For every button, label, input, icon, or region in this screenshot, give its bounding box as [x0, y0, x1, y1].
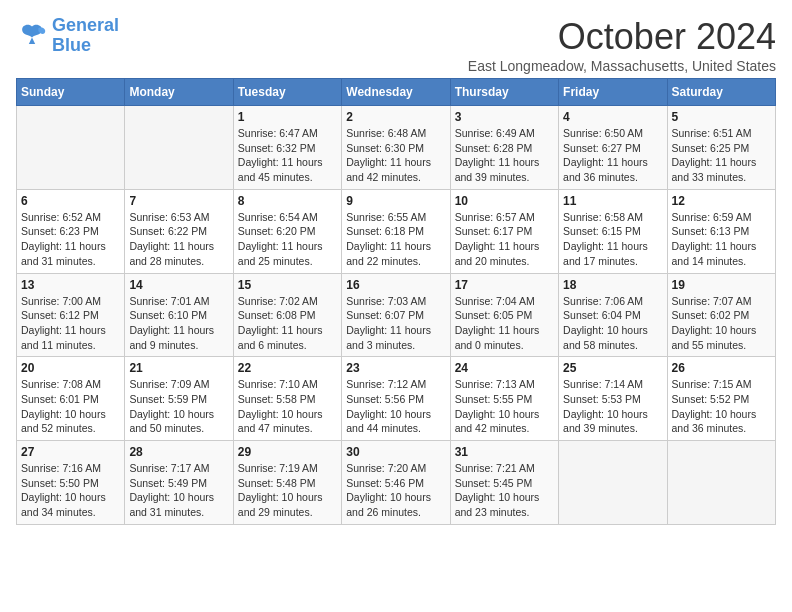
calendar-cell: 8Sunrise: 6:54 AMSunset: 6:20 PMDaylight…	[233, 189, 341, 273]
day-number: 4	[563, 110, 662, 124]
day-number: 24	[455, 361, 554, 375]
day-info: Sunrise: 7:08 AMSunset: 6:01 PMDaylight:…	[21, 377, 120, 436]
svg-marker-0	[29, 37, 35, 43]
day-info: Sunrise: 7:09 AMSunset: 5:59 PMDaylight:…	[129, 377, 228, 436]
day-info: Sunrise: 6:55 AMSunset: 6:18 PMDaylight:…	[346, 210, 445, 269]
day-info: Sunrise: 7:00 AMSunset: 6:12 PMDaylight:…	[21, 294, 120, 353]
day-number: 7	[129, 194, 228, 208]
weekday-header-wednesday: Wednesday	[342, 79, 450, 106]
day-number: 27	[21, 445, 120, 459]
calendar-cell: 27Sunrise: 7:16 AMSunset: 5:50 PMDayligh…	[17, 441, 125, 525]
day-info: Sunrise: 6:47 AMSunset: 6:32 PMDaylight:…	[238, 126, 337, 185]
weekday-header-sunday: Sunday	[17, 79, 125, 106]
day-info: Sunrise: 7:04 AMSunset: 6:05 PMDaylight:…	[455, 294, 554, 353]
day-number: 18	[563, 278, 662, 292]
month-title: October 2024	[468, 16, 776, 58]
day-info: Sunrise: 7:16 AMSunset: 5:50 PMDaylight:…	[21, 461, 120, 520]
logo-text: General Blue	[52, 16, 119, 56]
calendar-cell	[125, 106, 233, 190]
day-info: Sunrise: 7:07 AMSunset: 6:02 PMDaylight:…	[672, 294, 771, 353]
day-info: Sunrise: 7:21 AMSunset: 5:45 PMDaylight:…	[455, 461, 554, 520]
day-info: Sunrise: 7:01 AMSunset: 6:10 PMDaylight:…	[129, 294, 228, 353]
weekday-header-saturday: Saturday	[667, 79, 775, 106]
page-header: General Blue October 2024 East Longmeado…	[16, 16, 776, 74]
day-number: 5	[672, 110, 771, 124]
calendar-cell: 2Sunrise: 6:48 AMSunset: 6:30 PMDaylight…	[342, 106, 450, 190]
calendar-cell: 18Sunrise: 7:06 AMSunset: 6:04 PMDayligh…	[559, 273, 667, 357]
day-number: 15	[238, 278, 337, 292]
calendar-cell: 30Sunrise: 7:20 AMSunset: 5:46 PMDayligh…	[342, 441, 450, 525]
calendar-cell: 16Sunrise: 7:03 AMSunset: 6:07 PMDayligh…	[342, 273, 450, 357]
day-number: 22	[238, 361, 337, 375]
calendar-cell: 1Sunrise: 6:47 AMSunset: 6:32 PMDaylight…	[233, 106, 341, 190]
day-info: Sunrise: 7:13 AMSunset: 5:55 PMDaylight:…	[455, 377, 554, 436]
calendar-cell: 11Sunrise: 6:58 AMSunset: 6:15 PMDayligh…	[559, 189, 667, 273]
day-number: 20	[21, 361, 120, 375]
calendar-cell: 14Sunrise: 7:01 AMSunset: 6:10 PMDayligh…	[125, 273, 233, 357]
calendar-cell: 21Sunrise: 7:09 AMSunset: 5:59 PMDayligh…	[125, 357, 233, 441]
day-info: Sunrise: 6:59 AMSunset: 6:13 PMDaylight:…	[672, 210, 771, 269]
week-row-5: 27Sunrise: 7:16 AMSunset: 5:50 PMDayligh…	[17, 441, 776, 525]
day-info: Sunrise: 7:06 AMSunset: 6:04 PMDaylight:…	[563, 294, 662, 353]
calendar-cell: 10Sunrise: 6:57 AMSunset: 6:17 PMDayligh…	[450, 189, 558, 273]
day-info: Sunrise: 7:17 AMSunset: 5:49 PMDaylight:…	[129, 461, 228, 520]
calendar-cell: 29Sunrise: 7:19 AMSunset: 5:48 PMDayligh…	[233, 441, 341, 525]
day-info: Sunrise: 7:19 AMSunset: 5:48 PMDaylight:…	[238, 461, 337, 520]
day-info: Sunrise: 7:14 AMSunset: 5:53 PMDaylight:…	[563, 377, 662, 436]
day-number: 2	[346, 110, 445, 124]
calendar-cell: 23Sunrise: 7:12 AMSunset: 5:56 PMDayligh…	[342, 357, 450, 441]
day-number: 10	[455, 194, 554, 208]
day-number: 25	[563, 361, 662, 375]
calendar-cell: 5Sunrise: 6:51 AMSunset: 6:25 PMDaylight…	[667, 106, 775, 190]
day-number: 16	[346, 278, 445, 292]
weekday-header-thursday: Thursday	[450, 79, 558, 106]
day-number: 30	[346, 445, 445, 459]
day-number: 13	[21, 278, 120, 292]
calendar-cell: 6Sunrise: 6:52 AMSunset: 6:23 PMDaylight…	[17, 189, 125, 273]
day-info: Sunrise: 7:12 AMSunset: 5:56 PMDaylight:…	[346, 377, 445, 436]
day-number: 6	[21, 194, 120, 208]
day-number: 31	[455, 445, 554, 459]
day-info: Sunrise: 6:53 AMSunset: 6:22 PMDaylight:…	[129, 210, 228, 269]
day-info: Sunrise: 6:57 AMSunset: 6:17 PMDaylight:…	[455, 210, 554, 269]
calendar-cell: 4Sunrise: 6:50 AMSunset: 6:27 PMDaylight…	[559, 106, 667, 190]
day-number: 1	[238, 110, 337, 124]
calendar-cell: 28Sunrise: 7:17 AMSunset: 5:49 PMDayligh…	[125, 441, 233, 525]
calendar-cell: 19Sunrise: 7:07 AMSunset: 6:02 PMDayligh…	[667, 273, 775, 357]
logo-icon	[16, 20, 48, 52]
calendar-cell: 31Sunrise: 7:21 AMSunset: 5:45 PMDayligh…	[450, 441, 558, 525]
calendar-cell: 20Sunrise: 7:08 AMSunset: 6:01 PMDayligh…	[17, 357, 125, 441]
calendar-cell: 15Sunrise: 7:02 AMSunset: 6:08 PMDayligh…	[233, 273, 341, 357]
day-number: 19	[672, 278, 771, 292]
day-number: 11	[563, 194, 662, 208]
week-row-2: 6Sunrise: 6:52 AMSunset: 6:23 PMDaylight…	[17, 189, 776, 273]
day-info: Sunrise: 6:58 AMSunset: 6:15 PMDaylight:…	[563, 210, 662, 269]
day-number: 14	[129, 278, 228, 292]
day-number: 29	[238, 445, 337, 459]
day-number: 23	[346, 361, 445, 375]
calendar-cell: 12Sunrise: 6:59 AMSunset: 6:13 PMDayligh…	[667, 189, 775, 273]
title-block: October 2024 East Longmeadow, Massachuse…	[468, 16, 776, 74]
calendar-cell: 13Sunrise: 7:00 AMSunset: 6:12 PMDayligh…	[17, 273, 125, 357]
day-number: 3	[455, 110, 554, 124]
day-number: 28	[129, 445, 228, 459]
weekday-header-friday: Friday	[559, 79, 667, 106]
week-row-3: 13Sunrise: 7:00 AMSunset: 6:12 PMDayligh…	[17, 273, 776, 357]
calendar-cell: 24Sunrise: 7:13 AMSunset: 5:55 PMDayligh…	[450, 357, 558, 441]
location-text: East Longmeadow, Massachusetts, United S…	[468, 58, 776, 74]
calendar-cell	[559, 441, 667, 525]
day-info: Sunrise: 6:54 AMSunset: 6:20 PMDaylight:…	[238, 210, 337, 269]
calendar-cell: 7Sunrise: 6:53 AMSunset: 6:22 PMDaylight…	[125, 189, 233, 273]
calendar-table: SundayMondayTuesdayWednesdayThursdayFrid…	[16, 78, 776, 525]
calendar-cell	[667, 441, 775, 525]
day-info: Sunrise: 6:48 AMSunset: 6:30 PMDaylight:…	[346, 126, 445, 185]
day-number: 9	[346, 194, 445, 208]
day-number: 21	[129, 361, 228, 375]
day-info: Sunrise: 7:10 AMSunset: 5:58 PMDaylight:…	[238, 377, 337, 436]
logo: General Blue	[16, 16, 119, 56]
day-number: 17	[455, 278, 554, 292]
calendar-cell: 17Sunrise: 7:04 AMSunset: 6:05 PMDayligh…	[450, 273, 558, 357]
day-info: Sunrise: 7:02 AMSunset: 6:08 PMDaylight:…	[238, 294, 337, 353]
day-info: Sunrise: 6:49 AMSunset: 6:28 PMDaylight:…	[455, 126, 554, 185]
day-info: Sunrise: 6:52 AMSunset: 6:23 PMDaylight:…	[21, 210, 120, 269]
